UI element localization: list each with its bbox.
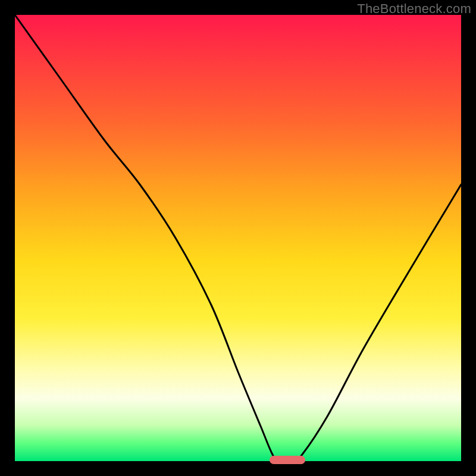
watermark-text: TheBottleneck.com [357,1,471,17]
chart-plot-area [15,15,461,461]
optimal-range-marker [270,456,305,464]
bottleneck-curve [15,15,461,461]
